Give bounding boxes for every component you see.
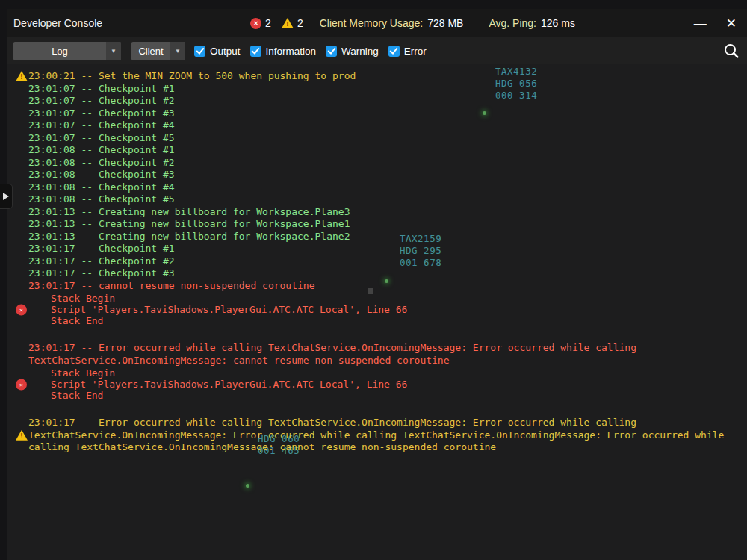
checkbox-icon[interactable] [388,46,400,57]
log-entry: 23:01:13 -- Creating new billboard for W… [28,231,741,243]
log-text: 23:01:17 -- Error occurred while calling… [28,417,741,454]
log-text: 23:01:08 -- Checkpoint #3 [28,169,741,181]
log-text: 23:00:21 -- Set the MIN_ZOOM to 500 when… [28,70,741,83]
arrow-right-icon [3,193,9,200]
log-entry: 23:01:08 -- Checkpoint #5 [28,193,741,206]
minimize-button[interactable]: — [694,17,707,30]
ping-value: 126 ms [541,17,575,29]
log-list[interactable]: 23:00:21 -- Set the MIN_ZOOM to 500 when… [7,64,747,560]
log-entry: 23:01:07 -- Checkpoint #5 [28,132,741,145]
log-entry: 23:01:08 -- Checkpoint #3 [28,169,741,181]
context-dropdown-label: Client [131,42,170,60]
filter-label: Error [404,46,427,57]
log-entry: Stack Begin Script 'Players.TaviShadows.… [28,367,741,401]
log-text: 23:01:07 -- Checkpoint #5 [28,132,741,145]
log-entry: 23:01:08 -- Checkpoint #2 [28,157,741,169]
log-text: 23:01:17 -- Checkpoint #3 [28,267,741,280]
log-entry: 23:01:08 -- Checkpoint #4 [28,181,741,194]
memory-label: Client Memory Usage: [320,17,424,29]
log-text: 23:01:13 -- Creating new billboard for W… [28,218,741,231]
log-entry: 23:01:07 -- Checkpoint #2 [28,95,741,108]
log-text: 23:01:07 -- Checkpoint #3 [28,108,741,120]
log-text: 23:01:07 -- Checkpoint #4 [28,119,741,132]
warning-count: 2 [297,17,303,29]
ping-label: Avg. Ping: [489,17,536,29]
memory-value: 728 MB [427,17,463,29]
log-entry: 23:01:13 -- Creating new billboard for W… [28,206,741,219]
filter-error[interactable]: Error [388,46,427,57]
log-entry: 23:01:13 -- Creating new billboard for W… [28,218,741,231]
log-text: Stack Begin Script 'Players.TaviShadows.… [51,293,741,326]
panel-expand-button[interactable] [0,184,13,209]
chevron-down-icon: ▼ [170,42,185,60]
error-count-badge: 2 [250,17,271,29]
context-dropdown[interactable]: Client ▼ [131,42,185,60]
checkbox-icon[interactable] [194,46,205,57]
status-badges: 2 2 [250,17,303,29]
search-icon [723,43,740,59]
avg-ping: Avg. Ping: 126 ms [489,17,574,29]
log-text: 23:01:13 -- Creating new billboard for W… [28,206,741,219]
filter-label: Warning [341,46,379,57]
log-type-dropdown-label: Log [13,42,106,60]
log-text: 23:01:08 -- Checkpoint #1 [28,144,741,157]
window-controls: — ✕ [694,17,740,30]
filter-label: Information [266,46,317,57]
warning-count-badge: 2 [282,17,303,29]
log-entry: 23:01:07 -- Checkpoint #3 [28,108,741,120]
filter-label: Output [210,46,241,57]
log-entry: 23:01:07 -- Checkpoint #4 [28,119,741,132]
log-text: 23:01:17 -- Checkpoint #1 [28,243,741,255]
log-entry: 23:01:17 -- Error occurred while calling… [28,417,741,454]
checkbox-icon[interactable] [326,46,337,57]
log-type-dropdown[interactable]: Log ▼ [13,42,121,60]
log-entry: 23:01:08 -- Checkpoint #1 [28,144,741,157]
error-icon [16,379,27,390]
close-button[interactable]: ✕ [726,17,737,30]
log-entry: 23:00:21 -- Set the MIN_ZOOM to 500 when… [28,70,741,83]
warning-icon [282,18,294,28]
log-entry: 23:01:17 -- cannot resume non-suspended … [28,280,741,293]
error-count: 2 [265,17,271,29]
filter-group: OutputInformationWarningError [194,46,427,57]
search-button[interactable] [723,43,740,59]
log-text: 23:01:07 -- Checkpoint #2 [28,95,741,108]
error-icon [16,304,27,315]
log-text: 23:01:13 -- Creating new billboard for W… [28,231,741,243]
log-text: 23:01:08 -- Checkpoint #2 [28,157,741,169]
log-entry: 23:01:17 -- Checkpoint #1 [28,243,741,255]
memory-usage: Client Memory Usage: 728 MB [320,17,464,29]
developer-console-window: Developer Console 2 2 Client Memory Usag… [7,9,747,560]
log-text: 23:01:17 -- cannot resume non-suspended … [28,280,741,293]
log-entry: 23:01:17 -- Checkpoint #3 [28,267,741,280]
filter-information[interactable]: Information [250,46,317,57]
log-text: 23:01:17 -- Error occurred while calling… [28,342,741,367]
log-text: 23:01:08 -- Checkpoint #4 [28,181,741,194]
log-text: 23:01:07 -- Checkpoint #1 [28,83,741,96]
log-text: Stack Begin Script 'Players.TaviShadows.… [51,367,741,401]
window-title: Developer Console [13,17,102,29]
toolbar: Log ▼ Client ▼ OutputInformationWarningE… [7,37,747,64]
warning-icon [16,71,28,81]
log-entry: Stack Begin Script 'Players.TaviShadows.… [28,293,741,326]
filter-output[interactable]: Output [194,46,241,57]
error-icon [250,18,261,29]
chevron-down-icon: ▼ [106,42,121,60]
log-text: 23:01:17 -- Checkpoint #2 [28,255,741,268]
log-entry: 23:01:17 -- Error occurred while calling… [28,342,741,367]
log-entry: 23:01:07 -- Checkpoint #1 [28,83,741,96]
log-text: 23:01:08 -- Checkpoint #5 [28,193,741,206]
title-bar: Developer Console 2 2 Client Memory Usag… [7,9,747,37]
warning-icon [16,430,28,441]
filter-warning[interactable]: Warning [326,46,379,57]
log-entry: 23:01:17 -- Checkpoint #2 [28,255,741,268]
checkbox-icon[interactable] [250,46,261,57]
